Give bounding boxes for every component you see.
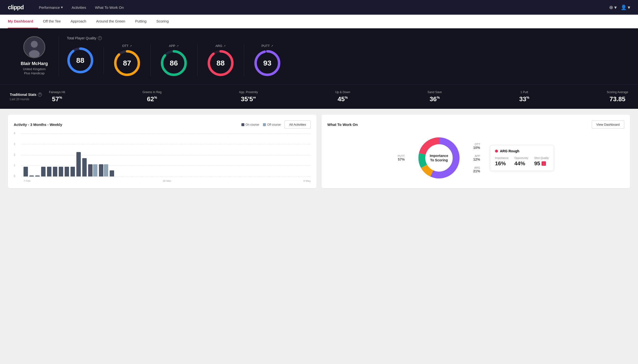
stat-app-proximity: App. Proximity 35'5"	[239, 90, 258, 103]
activity-panel-title: Activity - 3 Months - Weekly	[14, 122, 62, 127]
circle-putt: PUTT ↗ 93	[244, 44, 291, 76]
stat-fairways-hit: Fairways Hit 57%	[49, 90, 65, 103]
arg-value: 88	[217, 59, 225, 67]
tab-approach[interactable]: Approach	[66, 15, 91, 28]
tab-my-dashboard[interactable]: My Dashboard	[8, 15, 38, 28]
quality-help-icon[interactable]: ?	[98, 36, 102, 40]
tab-scoring[interactable]: Scoring	[151, 15, 173, 28]
tab-putting[interactable]: Putting	[130, 15, 151, 28]
circle-ott: OTT ↗ 87	[104, 44, 151, 76]
top-nav: clippd Performance ▾ Activities What To …	[0, 0, 638, 15]
donut-left-labels: PUTT 57%	[397, 154, 405, 161]
app-logo[interactable]: clippd	[8, 4, 24, 11]
info-stat-shot-quality: Shot Quality 95 ↓	[534, 156, 549, 167]
bar-group	[24, 167, 28, 176]
quality-circles: 88 OTT ↗ 87	[67, 44, 628, 76]
stat-sand-save: Sand Save 36%	[428, 90, 442, 103]
nav-right: ⊕ ▾ 👤 ▾	[609, 4, 630, 10]
bar-group	[76, 152, 81, 176]
bar-group	[35, 176, 40, 176]
activity-panel: Activity - 3 Months - Weekly On course O…	[8, 115, 317, 188]
info-card-dot	[495, 150, 498, 152]
hero-section: Blair McHarg United Kingdom Plus Handica…	[0, 28, 638, 84]
add-button[interactable]: ⊕ ▾	[609, 4, 617, 10]
nav-links: Performance ▾ Activities What To Work On	[36, 3, 127, 12]
bar-group	[88, 164, 97, 176]
avatar	[23, 36, 45, 58]
bar-group	[53, 167, 57, 176]
nav-what-to-work-on[interactable]: What To Work On	[92, 4, 127, 12]
player-name: Blair McHarg	[21, 61, 48, 66]
info-stat-opportunity: Opportunity 44%	[514, 156, 528, 167]
work-on-panel-title: What To Work On	[327, 122, 358, 127]
tpq-value: 88	[76, 56, 84, 64]
view-dashboard-button[interactable]: View Dashboard	[592, 120, 624, 128]
work-on-panel: What To Work On View Dashboard PUTT 57%	[321, 115, 630, 188]
donut-label-app: APP 12%	[473, 154, 480, 161]
legend-off-course-dot	[263, 123, 266, 126]
tab-off-the-tee[interactable]: Off the Tee	[38, 15, 66, 28]
bars-container	[24, 134, 311, 176]
bar-group	[29, 176, 34, 176]
circle-tpq-canvas: 88	[67, 47, 94, 74]
bar-group	[65, 167, 69, 176]
donut-chart: Importance To Scoring	[414, 134, 464, 182]
sub-nav: My Dashboard Off the Tee Approach Around…	[0, 15, 638, 28]
quality-section: Total Player Quality ? 88	[59, 36, 628, 76]
legend-on-course: On course	[241, 123, 259, 126]
stats-help-icon[interactable]: ?	[38, 93, 42, 96]
circle-putt-canvas: 93	[254, 50, 281, 76]
legend-off-course: Off course	[263, 123, 281, 126]
stat-up-down: Up & Down 45%	[335, 90, 350, 103]
stats-label-group: Traditional Stats ? Last 20 rounds	[10, 93, 49, 101]
circle-arg-canvas: 88	[207, 50, 234, 76]
nav-performance[interactable]: Performance ▾	[36, 3, 66, 12]
bottom-panels: Activity - 3 Months - Weekly On course O…	[0, 109, 638, 194]
circle-app: APP ↗ 86	[151, 44, 197, 76]
all-activities-button[interactable]: All Activities	[285, 120, 311, 128]
stat-1-putt: 1 Putt 33%	[519, 90, 529, 103]
bar-group	[82, 158, 87, 176]
bar-group	[110, 170, 114, 176]
player-info: Blair McHarg United Kingdom Plus Handica…	[10, 36, 59, 75]
info-stat-importance: Importance 16%	[495, 156, 509, 167]
stat-scoring-average: Scoring Average 73.85	[607, 90, 628, 103]
circle-ott-canvas: 87	[114, 50, 140, 76]
x-axis: 7 Feb 28 Mar 9 May	[24, 180, 311, 182]
bar-group	[47, 167, 51, 176]
app-value: 86	[170, 59, 178, 67]
bar-group	[41, 167, 46, 176]
donut-label-ott: OTT 10%	[473, 143, 480, 150]
ott-value: 87	[123, 59, 131, 67]
bar-group	[59, 167, 63, 176]
donut-center: Importance To Scoring	[430, 154, 448, 162]
donut-label-putt: PUTT 57%	[397, 154, 405, 161]
player-handicap: Plus Handicap	[24, 72, 45, 75]
bar-group	[99, 164, 108, 176]
info-card: ARG Rough Importance 16% Opportunity 44%…	[490, 145, 554, 171]
circle-arg: ARG ↗ 88	[197, 44, 244, 76]
shot-quality-badge: ↓	[542, 161, 546, 166]
bar-chart: 4 3 2 1 0	[14, 134, 311, 182]
player-country: United Kingdom	[23, 67, 46, 71]
info-card-stats: Importance 16% Opportunity 44% Shot Qual…	[495, 156, 549, 167]
info-card-title-text: ARG Rough	[500, 149, 519, 153]
stats-items: Fairways Hit 57% Greens In Reg 62% App. …	[49, 90, 628, 103]
work-on-panel-header: What To Work On View Dashboard	[327, 120, 624, 128]
donut-right-labels: OTT 10% APP 12% ARG 21%	[473, 143, 480, 173]
nav-activities[interactable]: Activities	[68, 4, 90, 12]
activity-legend: On course Off course All Activities	[241, 120, 311, 128]
circle-tpq: 88	[67, 47, 104, 74]
legend-on-course-dot	[241, 123, 244, 126]
circle-app-canvas: 86	[160, 50, 187, 76]
stat-greens-in-reg: Greens In Reg 62%	[142, 90, 162, 103]
svg-point-1	[31, 41, 38, 48]
activity-panel-header: Activity - 3 Months - Weekly On course O…	[14, 120, 311, 128]
donut-area: PUTT 57% Importance To S	[327, 134, 624, 182]
quality-title: Total Player Quality ?	[67, 36, 628, 40]
user-button[interactable]: 👤 ▾	[621, 4, 630, 10]
stats-section: Traditional Stats ? Last 20 rounds Fairw…	[0, 84, 638, 109]
tab-around-the-green[interactable]: Around the Green	[91, 15, 130, 28]
bar-group	[71, 167, 75, 176]
donut-label-arg: ARG 21%	[473, 166, 480, 173]
